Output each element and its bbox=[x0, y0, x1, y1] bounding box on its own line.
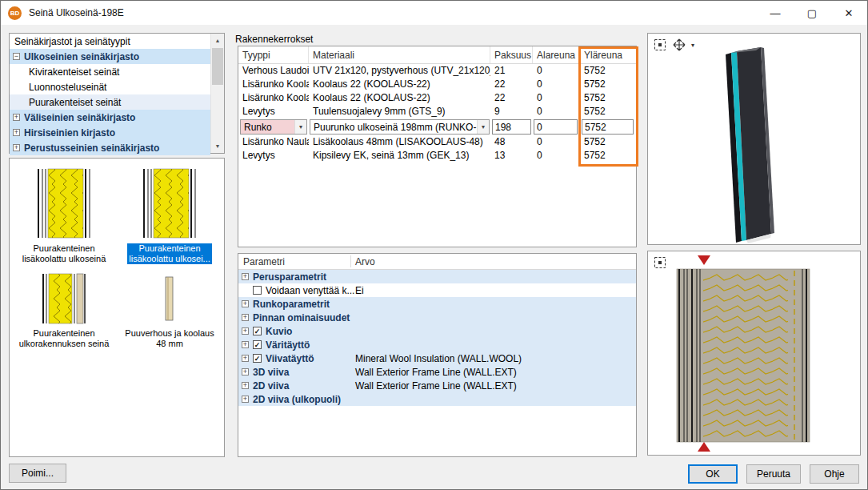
wall-type-item[interactable]: Puurakenteinen ulkorakennuksen seinä bbox=[14, 272, 114, 349]
tree-scrollbar[interactable]: ▲ ▼ bbox=[210, 34, 224, 153]
tree-item-luonnostelu[interactable]: Luonnosteluseinät bbox=[10, 79, 210, 94]
checkbox-unchecked[interactable] bbox=[253, 286, 262, 295]
layer-material: Koolaus 22 (KOOLAUS-22) bbox=[309, 78, 490, 91]
param-row-varitaytto[interactable]: + ✓ Väritäyttö bbox=[238, 338, 636, 351]
layer-row[interactable]: Levytys Tuulensuojalevy 9mm (GTS_9) 9 0 … bbox=[238, 105, 636, 118]
layer-row[interactable]: Levytys Kipsilevy EK, seinä 13mm (GEK_13… bbox=[238, 149, 636, 163]
layer-row-runko-editing[interactable]: Runko ▾ Puurunko ulkoseinä 198mm (RUNKO-… bbox=[238, 118, 636, 135]
param-label: 2D viiva bbox=[253, 380, 289, 392]
wall-type-item[interactable]: Puuverhous ja koolaus 48 mm bbox=[119, 272, 220, 349]
layer-material: Lisäkoolaus 48mm (LISAKOOLAUS-48) bbox=[309, 135, 490, 149]
expand-icon[interactable]: + bbox=[242, 314, 249, 321]
layer-bottom: 0 bbox=[533, 64, 580, 78]
param-row-3d-viiva[interactable]: + 3D viiva Wall Exterior Frame Line (WAL… bbox=[238, 365, 636, 379]
tree-item-puurakenteiset[interactable]: Puurakenteiset seinät bbox=[10, 94, 210, 110]
tree-item-valiseinien[interactable]: + Väliseinien seinäkirjasto bbox=[10, 110, 210, 125]
wall-2d-preview bbox=[648, 251, 860, 455]
checkbox-checked[interactable]: ✓ bbox=[253, 354, 262, 363]
layer-row[interactable]: Lisärunko Naula... Lisäkoolaus 48mm (LIS… bbox=[238, 135, 636, 149]
close-button[interactable]: ✕ bbox=[830, 1, 867, 25]
ok-button[interactable]: OK bbox=[688, 464, 738, 484]
wall-type-item-selected[interactable]: Puurakenteinen lisäkoolattu ulkosei... bbox=[119, 167, 220, 264]
chevron-down-icon[interactable]: ▾ bbox=[294, 120, 306, 134]
column-header-alareuna: Alareuna bbox=[533, 46, 580, 63]
section-marker-top bbox=[698, 255, 710, 265]
checkbox-checked[interactable]: ✓ bbox=[253, 340, 262, 349]
layer-row[interactable]: Verhous Laudoit... UTV 21x120, pystyverh… bbox=[238, 64, 636, 78]
wall-library-tree-panel: Seinäkirjastot ja seinätyypit − Ulkosein… bbox=[9, 33, 225, 154]
column-header-arvo: Arvo bbox=[355, 254, 375, 270]
help-button[interactable]: Ohje bbox=[810, 464, 859, 484]
poimi-button[interactable]: Poimi... bbox=[9, 464, 66, 483]
layer-thickness: 48 bbox=[490, 135, 533, 149]
wall-type-item[interactable]: Puurakenteinen lisäkoolattu ulkoseinä bbox=[14, 167, 114, 264]
param-row-voidaan-venyttaa[interactable]: Voidaan venyttää k... Ei bbox=[238, 283, 636, 297]
layer-bottom: 0 bbox=[533, 78, 580, 91]
param-row-2d-viiva[interactable]: + 2D viiva Wall Exterior Frame Line (WAL… bbox=[238, 379, 636, 392]
layer-row[interactable]: Lisärunko Koola... Koolaus 22 (KOOLAUS-2… bbox=[238, 78, 636, 91]
top-edge-input[interactable] bbox=[582, 119, 634, 135]
param-row-pinnan-ominaisuudet[interactable]: + Pinnan ominaisuudet bbox=[238, 311, 636, 324]
expand-icon[interactable]: + bbox=[242, 396, 249, 403]
expand-icon[interactable]: + bbox=[242, 300, 249, 307]
maximize-button[interactable]: ▢ bbox=[794, 1, 830, 25]
layer-material: Tuulensuojalevy 9mm (GTS_9) bbox=[309, 105, 490, 118]
scroll-down-button[interactable]: ▼ bbox=[211, 139, 224, 153]
tree-item-hirsiseinien[interactable]: + Hirsiseinien kirjasto bbox=[10, 125, 210, 140]
expand-icon[interactable]: + bbox=[242, 341, 249, 348]
param-label: Kuvio bbox=[266, 326, 292, 337]
layer-top: 5752 bbox=[580, 64, 638, 78]
layer-type-dropdown[interactable]: Runko ▾ bbox=[240, 119, 307, 135]
layer-thickness: 13 bbox=[490, 149, 533, 163]
bottom-edge-input[interactable] bbox=[534, 119, 578, 135]
tree-item-kivirakenteiset[interactable]: Kivirakenteiset seinät bbox=[10, 64, 210, 79]
column-header-tyyppi: Tyyppi bbox=[238, 46, 309, 63]
param-row-kuvio[interactable]: + ✓ Kuvio bbox=[238, 324, 636, 338]
title-bar: BD Seinä Ulkoseinä-198E — ▢ ✕ bbox=[1, 1, 867, 25]
layer-top: 5752 bbox=[580, 91, 638, 105]
layer-material-dropdown[interactable]: Puurunko ulkoseinä 198mm (RUNKO-198) ▾ bbox=[310, 119, 490, 135]
layer-type: Lisärunko Koola... bbox=[238, 78, 309, 91]
view-mode-icon[interactable] bbox=[672, 38, 686, 52]
param-label: 2D viiva (ulkopuoli) bbox=[253, 394, 341, 405]
zoom-fit-icon[interactable] bbox=[653, 255, 667, 270]
expand-icon[interactable]: + bbox=[242, 368, 249, 376]
expand-icon[interactable]: + bbox=[242, 382, 249, 389]
scroll-up-button[interactable]: ▲ bbox=[211, 34, 224, 47]
expand-icon[interactable]: + bbox=[242, 273, 249, 280]
app-icon: BD bbox=[8, 6, 22, 20]
param-row-viivataytto[interactable]: + ✓ Viivatäyttö Mineral Wool Insulation … bbox=[238, 351, 636, 365]
layer-bottom: 0 bbox=[533, 91, 580, 105]
cancel-button[interactable]: Peruuta bbox=[746, 464, 801, 484]
layer-material: Kipsilevy EK, seinä 13mm (GEK_13) bbox=[309, 149, 490, 163]
view-mode-dropdown-icon[interactable]: ▾ bbox=[691, 42, 694, 49]
expand-icon[interactable]: + bbox=[13, 129, 20, 136]
expand-icon[interactable]: + bbox=[13, 114, 20, 121]
wall-section-thumbnail bbox=[119, 167, 220, 240]
layer-thickness: 21 bbox=[490, 64, 533, 78]
expand-icon[interactable]: + bbox=[242, 327, 249, 335]
tree-item-perustusseinien[interactable]: + Perustusseinien seinäkirjasto bbox=[10, 140, 210, 155]
layer-type: Lisärunko Naula... bbox=[238, 135, 309, 149]
parameters-table-header: Parametri Arvo bbox=[238, 254, 636, 270]
layer-type: Lisärunko Koola... bbox=[238, 91, 309, 105]
tree-item-ulkoseinien[interactable]: − Ulkoseinien seinäkirjasto bbox=[10, 49, 210, 64]
thickness-input[interactable] bbox=[492, 119, 531, 135]
param-label: Perusparametrit bbox=[253, 271, 326, 283]
expand-icon[interactable]: + bbox=[242, 355, 249, 362]
expand-icon[interactable]: + bbox=[13, 144, 20, 151]
collapse-icon[interactable]: − bbox=[13, 53, 20, 60]
checkbox-checked[interactable]: ✓ bbox=[253, 327, 262, 335]
param-row-perusparametrit[interactable]: + Perusparametrit bbox=[238, 270, 636, 283]
param-row-2d-viiva-ulkopuoli[interactable]: + 2D viiva (ulkopuoli) bbox=[238, 392, 636, 406]
param-row-runkoparametrit[interactable]: + Runkoparametrit bbox=[238, 297, 636, 311]
scroll-thumb[interactable] bbox=[212, 48, 223, 85]
param-value: Ei bbox=[355, 285, 364, 296]
layer-top: 5752 bbox=[580, 149, 638, 163]
layer-material: Koolaus 22 (KOOLAUS-22) bbox=[309, 91, 490, 105]
minimize-button[interactable]: — bbox=[757, 1, 794, 25]
chevron-down-icon[interactable]: ▾ bbox=[477, 120, 489, 134]
zoom-fit-icon[interactable] bbox=[653, 38, 667, 52]
layer-row[interactable]: Lisärunko Koola... Koolaus 22 (KOOLAUS-2… bbox=[238, 91, 636, 105]
param-label: 3D viiva bbox=[253, 367, 289, 378]
